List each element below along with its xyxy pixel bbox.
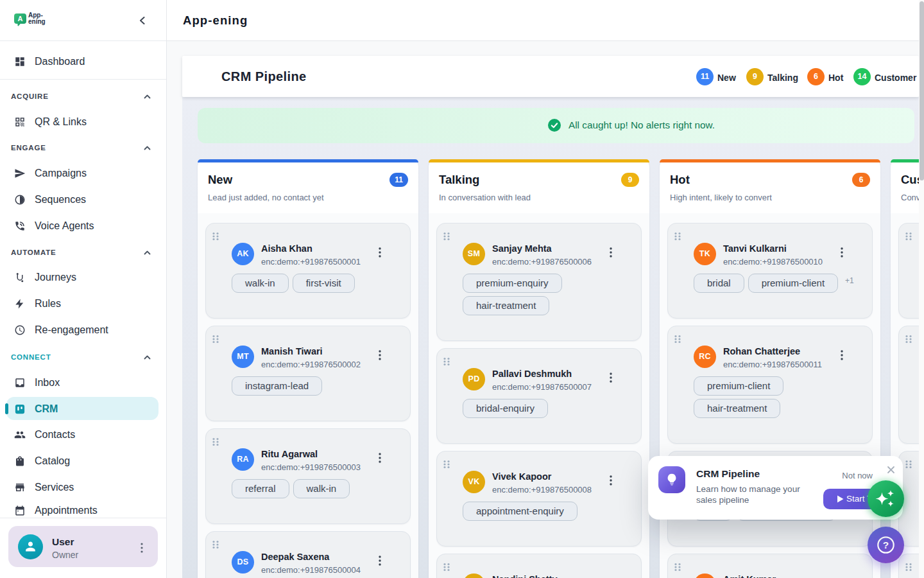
svg-text:A: A: [18, 15, 23, 22]
svg-text:?: ?: [883, 539, 889, 550]
